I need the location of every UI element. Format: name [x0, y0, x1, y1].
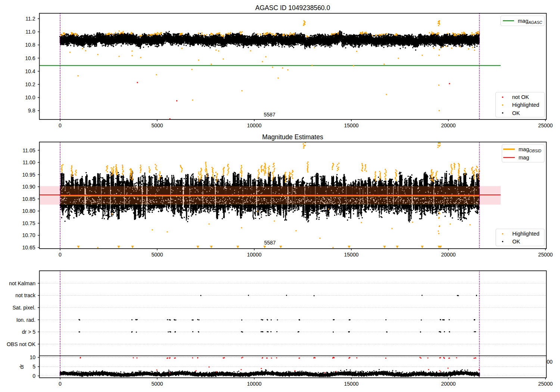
svg-text:10.90: 10.90: [22, 184, 35, 190]
svg-text:10.95: 10.95: [22, 172, 35, 178]
svg-text:10000: 10000: [247, 122, 262, 128]
svg-text:10.70: 10.70: [22, 232, 35, 238]
svg-text:10.6: 10.6: [25, 55, 35, 61]
svg-text:10: 10: [29, 354, 35, 360]
svg-text:Highlighted: Highlighted: [512, 102, 539, 108]
svg-text:Ion. rad.: Ion. rad.: [16, 317, 35, 323]
svg-text:0: 0: [59, 381, 62, 387]
svg-text:10.80: 10.80: [22, 208, 35, 214]
svg-text:25000: 25000: [538, 122, 553, 128]
svg-text:dr: dr: [19, 364, 25, 369]
svg-text:not track: not track: [15, 292, 36, 298]
svg-text:mag: mag: [519, 155, 529, 161]
svg-text:10.0: 10.0: [25, 94, 35, 100]
svg-text:not Kalman: not Kalman: [9, 280, 35, 286]
svg-text:15000: 15000: [344, 122, 359, 128]
svg-text:5000: 5000: [151, 252, 163, 258]
svg-text:25000: 25000: [538, 252, 553, 258]
svg-text:20000: 20000: [441, 252, 456, 258]
svg-text:20000: 20000: [441, 381, 456, 387]
svg-text:15000: 15000: [344, 381, 359, 387]
svg-text:not OK: not OK: [512, 94, 529, 100]
svg-text:OK: OK: [512, 239, 520, 245]
svg-text:Highlighted: Highlighted: [512, 231, 539, 237]
svg-text:10.85: 10.85: [22, 196, 35, 202]
svg-text:5: 5: [32, 364, 35, 370]
svg-text:00: 00: [547, 359, 553, 365]
svg-text:OBS not OK: OBS not OK: [7, 341, 36, 347]
svg-text:11.00: 11.00: [23, 159, 35, 165]
svg-text:11.05: 11.05: [23, 147, 35, 153]
svg-text:5000: 5000: [151, 122, 163, 128]
svg-text:Magnitude Estimates: Magnitude Estimates: [262, 133, 323, 141]
svg-text:0: 0: [32, 373, 35, 379]
svg-text:Sat. pixel.: Sat. pixel.: [13, 305, 35, 311]
svg-text:10.4: 10.4: [25, 68, 35, 74]
svg-text:10.2: 10.2: [25, 81, 35, 87]
svg-text:25000: 25000: [538, 381, 553, 387]
svg-text:AGASC ID 1049238560.0: AGASC ID 1049238560.0: [255, 4, 330, 12]
svg-text:11.0: 11.0: [25, 29, 35, 35]
svg-text:0: 0: [59, 252, 62, 258]
svg-text:5587: 5587: [264, 240, 276, 246]
svg-text:10.8: 10.8: [25, 42, 35, 48]
svg-text:0: 0: [59, 122, 62, 128]
svg-text:dr > 5: dr > 5: [22, 329, 35, 335]
svg-text:5587: 5587: [264, 112, 275, 118]
svg-text:20000: 20000: [441, 122, 456, 128]
svg-text:10.65: 10.65: [22, 245, 35, 251]
svg-text:10.75: 10.75: [22, 220, 35, 226]
svg-text:5000: 5000: [151, 381, 163, 387]
svg-text:10000: 10000: [247, 252, 262, 258]
svg-text:10000: 10000: [247, 381, 262, 387]
svg-text:11.2: 11.2: [25, 16, 35, 22]
svg-text:15000: 15000: [344, 252, 359, 258]
svg-text:OK: OK: [512, 110, 520, 116]
svg-text:9.8: 9.8: [28, 108, 35, 113]
